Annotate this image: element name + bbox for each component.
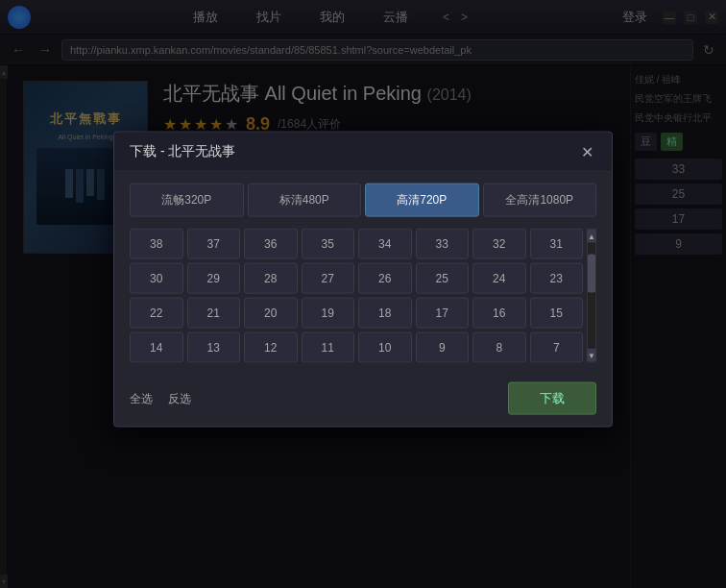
- episode-button-28[interactable]: 28: [244, 263, 298, 294]
- select-all-button[interactable]: 全选: [130, 390, 153, 406]
- episode-button-38[interactable]: 38: [130, 229, 183, 259]
- episode-button-30[interactable]: 30: [130, 263, 183, 294]
- episode-button-23[interactable]: 23: [530, 263, 584, 294]
- episode-button-25[interactable]: 25: [416, 263, 470, 294]
- episode-button-32[interactable]: 32: [472, 229, 526, 259]
- episode-button-19[interactable]: 19: [302, 298, 355, 329]
- episode-button-11[interactable]: 11: [302, 332, 355, 363]
- quality-tab-320[interactable]: 流畅320P: [130, 184, 244, 217]
- download-button[interactable]: 下载: [508, 382, 596, 415]
- episode-button-37[interactable]: 37: [187, 229, 241, 259]
- scrollbar-up-button[interactable]: ▲: [587, 230, 596, 243]
- quality-tab-1080[interactable]: 全高清1080P: [483, 184, 597, 217]
- episode-grid-container: 3837363534333231302928272625242322212019…: [130, 229, 596, 363]
- quality-tabs: 流畅320P 标清480P 高清720P 全高清1080P: [130, 184, 596, 217]
- download-modal: 下载 - 北平无战事 ✕ 流畅320P 标清480P 高清720P 全高清108…: [113, 132, 613, 428]
- episode-button-34[interactable]: 34: [358, 229, 412, 259]
- episode-button-36[interactable]: 36: [244, 229, 298, 259]
- episode-button-33[interactable]: 33: [416, 229, 470, 259]
- modal-title: 下载 - 北平无战事: [130, 143, 235, 160]
- episode-button-27[interactable]: 27: [302, 263, 355, 294]
- episode-button-29[interactable]: 29: [187, 263, 241, 294]
- episode-button-7[interactable]: 7: [530, 332, 584, 363]
- episode-button-21[interactable]: 21: [187, 298, 241, 329]
- episode-button-12[interactable]: 12: [244, 332, 298, 363]
- scrollbar-thumb: [588, 255, 595, 293]
- grid-scrollbar[interactable]: ▲ ▼: [587, 229, 596, 363]
- invert-selection-button[interactable]: 反选: [168, 390, 191, 406]
- quality-tab-720[interactable]: 高清720P: [365, 184, 479, 217]
- episode-button-14[interactable]: 14: [130, 332, 183, 363]
- footer-left: 全选 反选: [130, 390, 191, 406]
- scrollbar-track: [588, 245, 595, 347]
- episode-button-16[interactable]: 16: [472, 298, 526, 329]
- episode-button-31[interactable]: 31: [530, 229, 584, 259]
- modal-header: 下载 - 北平无战事 ✕: [114, 133, 612, 172]
- episode-button-13[interactable]: 13: [187, 332, 241, 363]
- episode-button-22[interactable]: 22: [130, 298, 183, 329]
- episode-button-9[interactable]: 9: [416, 332, 470, 363]
- episode-button-15[interactable]: 15: [530, 298, 584, 329]
- episode-button-35[interactable]: 35: [302, 229, 355, 259]
- modal-close-button[interactable]: ✕: [577, 142, 596, 161]
- episode-button-26[interactable]: 26: [358, 263, 412, 294]
- episode-grid: 3837363534333231302928272625242322212019…: [130, 229, 583, 363]
- episode-button-24[interactable]: 24: [472, 263, 526, 294]
- episode-button-18[interactable]: 18: [358, 298, 412, 329]
- modal-footer: 全选 反选 下载: [114, 375, 612, 427]
- episode-button-8[interactable]: 8: [472, 332, 526, 363]
- modal-overlay: 下载 - 北平无战事 ✕ 流畅320P 标清480P 高清720P 全高清108…: [0, 0, 726, 588]
- episode-button-20[interactable]: 20: [244, 298, 298, 329]
- quality-tab-480[interactable]: 标清480P: [248, 184, 362, 217]
- episode-button-17[interactable]: 17: [416, 298, 470, 329]
- scrollbar-down-button[interactable]: ▼: [587, 349, 596, 362]
- modal-body: 流畅320P 标清480P 高清720P 全高清1080P 3837363534…: [114, 172, 612, 375]
- episode-button-10[interactable]: 10: [358, 332, 412, 363]
